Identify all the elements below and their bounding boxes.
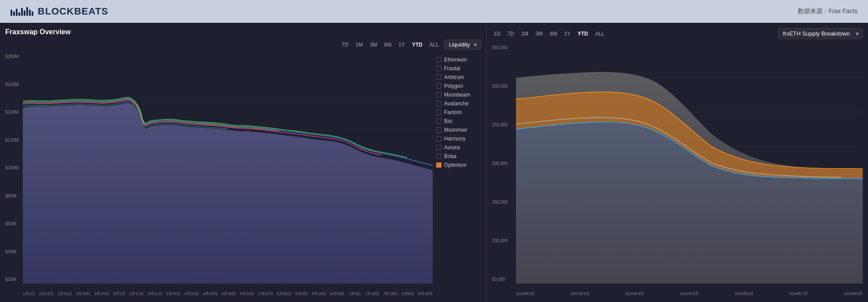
legend-box-boba	[436, 154, 441, 159]
legend-box-ethereum	[436, 57, 441, 62]
right-x-label-0: 2024年2月	[516, 291, 535, 297]
legend-box-bsc	[436, 119, 441, 124]
legend-box-moonriver	[436, 127, 441, 133]
legend-box-aurora	[436, 145, 441, 150]
tab-ytd[interactable]: YTD	[576, 30, 590, 38]
x-label-8: 3月31日	[166, 291, 181, 297]
right-y-label-4: 200,000	[492, 161, 508, 166]
y-label-5: $100M	[5, 165, 19, 170]
y-label-6: $80M	[5, 194, 19, 198]
legend-moonriver: Moonriver	[436, 127, 481, 133]
y-axis: $180M $160M $140M $120M $100M $80M $60M …	[5, 52, 19, 284]
chart-controls: 7D 1M 3M 6M 1Y YTD ALL Liquidity Volume …	[5, 40, 481, 50]
legend-label-moonbeam: Moonbeam	[444, 92, 470, 98]
legend-label-ethereum: Ethereum	[444, 57, 467, 63]
x-axis: 1月1日 1月21日 1月31日 2月10日 2月20日 3月1日 3月11日 …	[23, 291, 433, 297]
x-label-21: 8月8日	[402, 291, 414, 297]
legend-box-fraxtal	[436, 66, 441, 71]
x-label-13: 5月20日	[259, 291, 273, 297]
legend-box-harmony	[436, 136, 441, 141]
y-label-2: $160M	[5, 82, 19, 87]
legend-label-avalanche: Avalanche	[444, 101, 469, 107]
right-y-label-2: 300,000	[492, 84, 508, 89]
time-btn-all[interactable]: ALL	[428, 41, 441, 49]
legend-label-polygon: Polygon	[444, 83, 463, 89]
x-label-18: 7月9日	[349, 291, 361, 297]
right-header: 1D 7D 1M 3M 6M 1Y YTD ALL frxETH Supply …	[492, 28, 863, 39]
right-y-label-1: 350,000	[492, 45, 508, 50]
x-label-19: 7月19日	[365, 291, 379, 297]
legend-aurora: Aurora	[436, 144, 481, 151]
x-label-3: 2月10日	[76, 291, 90, 297]
x-label-12: 5月10日	[240, 291, 254, 297]
right-time-tabs: 1D 7D 1M 3M 6M 1Y YTD ALL	[492, 30, 606, 38]
tab-1y[interactable]: 1Y	[562, 30, 573, 38]
tab-1d[interactable]: 1D	[492, 30, 502, 38]
legend-box-avalanche	[436, 101, 441, 106]
legend-label-moonriver: Moonriver	[444, 127, 467, 133]
right-dropdown[interactable]: frxETH Supply Breakdown	[778, 28, 863, 39]
data-source-label: 数据来源：Frax Facts	[798, 7, 857, 15]
logo: BLOCKBEATS	[11, 6, 108, 17]
legend-label-optimism: Optimism	[444, 162, 466, 168]
right-x-label-6: 2024年8月	[844, 291, 863, 297]
time-btn-1y[interactable]: 1Y	[397, 41, 407, 49]
legend-harmony: Harmony	[436, 136, 481, 142]
x-label-4: 2月20日	[94, 291, 109, 297]
tab-all[interactable]: ALL	[593, 30, 606, 38]
right-chart-svg	[516, 43, 863, 284]
time-btn-6m[interactable]: 6M	[382, 41, 393, 49]
x-label-9: 4月10日	[185, 291, 199, 297]
legend-label-fantom: Fantom	[444, 109, 462, 115]
tab-3m[interactable]: 3M	[534, 30, 544, 38]
legend-ethereum: Ethereum	[436, 57, 481, 63]
legend-avalanche: Avalanche	[436, 101, 481, 107]
legend-box-moonbeam	[436, 92, 441, 97]
logo-text: BLOCKBEATS	[38, 6, 108, 17]
legend-box-polygon	[436, 83, 441, 89]
tab-1m[interactable]: 1M	[519, 30, 530, 38]
right-x-axis: 2024年2月 2024年3月 2024年4月 2024年5月 2024年6月 …	[516, 291, 863, 297]
tab-7d[interactable]: 7D	[505, 30, 516, 38]
legend-fantom: Fantom	[436, 109, 481, 115]
logo-icon	[11, 7, 33, 16]
legend-polygon: Polygon	[436, 83, 481, 89]
panel-title: Fraxswap Overview	[5, 28, 481, 36]
legend-label-arbitrum: Arbitrum	[444, 74, 464, 80]
legend-label-harmony: Harmony	[444, 136, 466, 142]
right-x-label-4: 2024年6月	[735, 291, 754, 297]
time-btn-ytd[interactable]: YTD	[410, 41, 424, 49]
y-label-8: $40M	[5, 249, 19, 254]
x-label-10: 4月20日	[203, 291, 217, 297]
left-panel: Fraxswap Overview 7D 1M 3M 6M 1Y YTD ALL…	[0, 23, 487, 302]
legend-moonbeam: Moonbeam	[436, 92, 481, 98]
right-panel: 1D 7D 1M 3M 6M 1Y YTD ALL frxETH Supply …	[487, 23, 868, 302]
legend-label-fraxtal: Fraxtal	[444, 65, 460, 72]
legend-arbitrum: Arbitrum	[436, 74, 481, 80]
x-label-11: 4月30日	[221, 291, 236, 297]
right-chart-area: 350,000 300,000 250,000 200,000 150,000 …	[492, 43, 863, 297]
legend-box-optimism	[436, 162, 441, 168]
x-label-20: 7月29日	[383, 291, 398, 297]
x-label-16: 6月19日	[312, 291, 326, 297]
liquidity-dropdown[interactable]: Liquidity Volume Fees	[444, 40, 481, 50]
tab-6m[interactable]: 6M	[548, 30, 559, 38]
right-y-label-5: 150,000	[492, 200, 508, 205]
time-btn-7d[interactable]: 7D	[340, 41, 350, 49]
chart-area: $180M $160M $140M $120M $100M $80M $60M …	[5, 52, 481, 297]
chart-svg-container: $180M $160M $140M $120M $100M $80M $60M …	[5, 52, 433, 297]
x-label-7: 3月21日	[148, 291, 162, 297]
time-btn-3m[interactable]: 3M	[368, 41, 379, 49]
right-x-label-5: 2024年7月	[789, 291, 808, 297]
x-label-2: 1月31日	[57, 291, 72, 297]
x-label-22: 8月18日	[418, 291, 433, 297]
legend-optimism: Optimism	[436, 162, 481, 168]
x-label-1: 1月21日	[39, 291, 53, 297]
x-label-17: 6月29日	[330, 291, 345, 297]
time-btn-1m[interactable]: 1M	[354, 41, 365, 49]
legend-label-boba: Boba	[444, 153, 456, 159]
right-y-axis: 350,000 300,000 250,000 200,000 150,000 …	[492, 43, 508, 284]
y-label-7: $60M	[5, 221, 19, 226]
legend-box-fantom	[436, 110, 441, 115]
legend-box-arbitrum	[436, 75, 441, 80]
